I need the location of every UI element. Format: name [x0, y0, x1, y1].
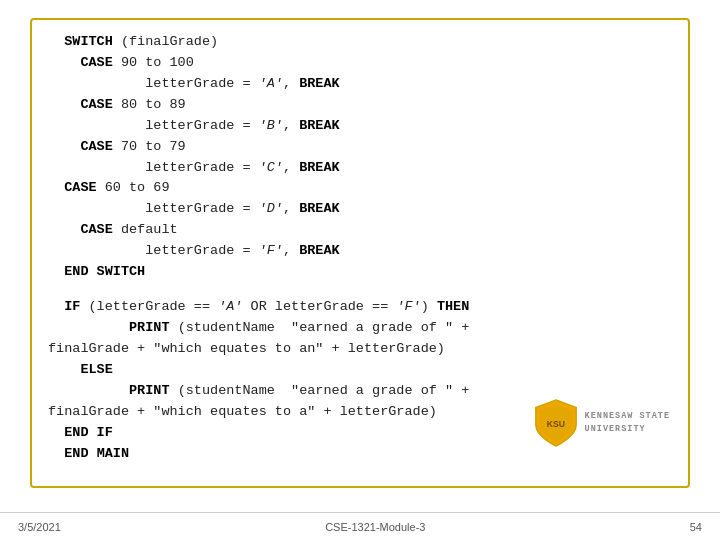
ksu-name-line2: UNIVERSITY [585, 423, 670, 436]
footer-date: 3/5/2021 [18, 521, 61, 533]
footer-course: CSE-1321-Module-3 [325, 521, 425, 533]
code-line-else: ELSE [48, 360, 672, 381]
ksu-name-line1: KENNESAW STATE [585, 410, 670, 423]
code-line-case60: CASE 60 to 69 [48, 178, 672, 199]
code-line-case90-body: letterGrade = 'A', BREAK [48, 74, 672, 95]
ksu-logo: KSU KENNESAW STATE UNIVERSITY [533, 398, 670, 448]
footer-bar: 3/5/2021 CSE-1321-Module-3 54 [0, 512, 720, 540]
code-line-casedef-body: letterGrade = 'F', BREAK [48, 241, 672, 262]
code-line-case70: CASE 70 to 79 [48, 137, 672, 158]
code-line-switch: SWITCH (finalGrade) [48, 32, 672, 53]
ksu-text: KENNESAW STATE UNIVERSITY [585, 410, 670, 436]
svg-text:KSU: KSU [546, 419, 564, 429]
ksu-shield-icon: KSU [533, 398, 579, 448]
code-line-case90: CASE 90 to 100 [48, 53, 672, 74]
blank-line [48, 283, 672, 297]
slide-container: SWITCH (finalGrade) CASE 90 to 100 lette… [0, 0, 720, 540]
code-line-case60-body: letterGrade = 'D', BREAK [48, 199, 672, 220]
slide-content: SWITCH (finalGrade) CASE 90 to 100 lette… [0, 0, 720, 512]
code-line-if: IF (letterGrade == 'A' OR letterGrade ==… [48, 297, 672, 318]
code-line-case80: CASE 80 to 89 [48, 95, 672, 116]
code-line-casedef: CASE default [48, 220, 672, 241]
code-line-print1b: finalGrade + "which equates to an" + let… [48, 339, 672, 360]
code-line-case70-body: letterGrade = 'C', BREAK [48, 158, 672, 179]
code-line-case80-body: letterGrade = 'B', BREAK [48, 116, 672, 137]
footer-page: 54 [690, 521, 702, 533]
code-line-endswitch: END SWITCH [48, 262, 672, 283]
code-box: SWITCH (finalGrade) CASE 90 to 100 lette… [30, 18, 690, 488]
code-line-print1a: PRINT (studentName "earned a grade of " … [48, 318, 672, 339]
